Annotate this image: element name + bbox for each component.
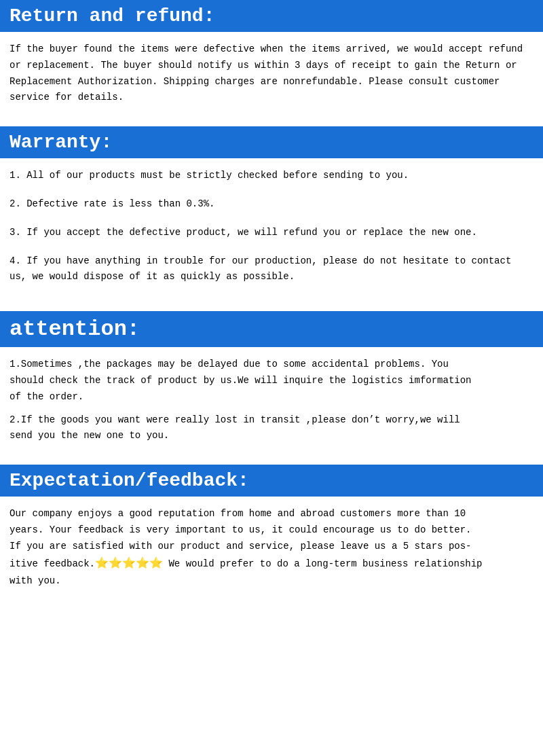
- warranty-item-4: 4. If you have anything in trouble for o…: [10, 253, 533, 286]
- warranty-item-1: 1. All of our products must be strictly …: [10, 168, 533, 184]
- expectation-header: Expectation/feedback:: [0, 465, 543, 497]
- return-refund-header: Return and refund:: [0, 0, 543, 32]
- attention-item1: 1.Sometimes ,the packages may be delayed…: [10, 357, 533, 405]
- attention-item2: 2.If the goods you want were really lost…: [10, 412, 533, 445]
- stars-icon: ⭐⭐⭐⭐⭐: [95, 558, 163, 570]
- warranty-content: 1. All of our products must be strictly …: [0, 158, 543, 311]
- warranty-item-2: 2. Defective rate is less than 0.3%.: [10, 196, 533, 213]
- return-refund-text: If the buyer found the items were defect…: [10, 41, 533, 106]
- warranty-item-3: 3. If you accept the defective product, …: [10, 225, 533, 241]
- return-refund-content: If the buyer found the items were defect…: [0, 32, 543, 126]
- attention-content: 1.Sometimes ,the packages may be delayed…: [0, 347, 543, 465]
- attention-header: attention:: [0, 311, 543, 347]
- expectation-text: Our company enjoys a good reputation fro…: [10, 506, 533, 589]
- expectation-content: Our company enjoys a good reputation fro…: [0, 497, 543, 609]
- warranty-header: Warranty:: [0, 126, 543, 158]
- page-wrapper: Return and refund: If the buyer found th…: [0, 0, 543, 610]
